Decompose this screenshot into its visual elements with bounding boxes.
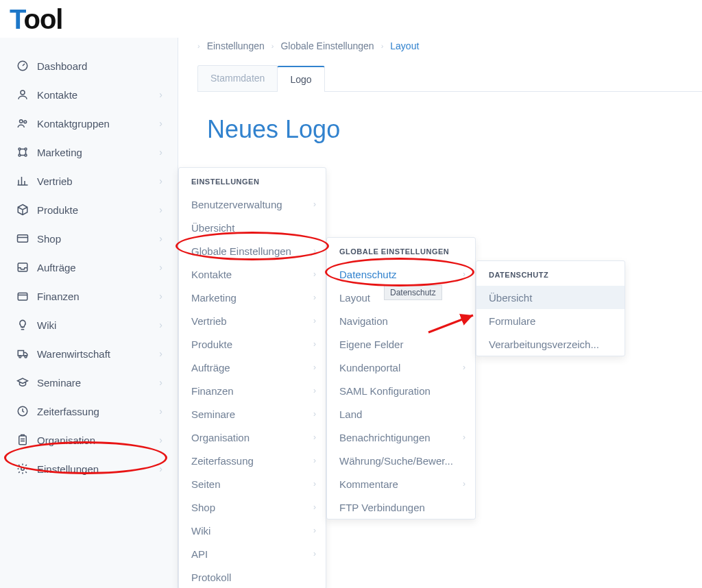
- wallet-icon: [15, 290, 30, 302]
- sidebar-item-kontaktgruppen[interactable]: Kontaktgruppen›: [0, 109, 178, 138]
- sidebar-item-label: Produkte: [37, 204, 159, 216]
- menu-item-label: Kundenportal: [339, 362, 456, 373]
- svg-rect-10: [18, 293, 27, 301]
- menu-item-label: API: [191, 548, 306, 560]
- sidebar-item-aufträge[interactable]: Aufträge›: [0, 253, 178, 282]
- tab-bar: Stammdaten Logo: [197, 65, 702, 92]
- menu-item[interactable]: Vertrieb›: [179, 309, 326, 332]
- sidebar-item-kontakte[interactable]: Kontakte›: [0, 80, 178, 109]
- chevron-right-icon: ›: [313, 502, 316, 512]
- menu-item[interactable]: Benutzerverwaltung›: [179, 193, 326, 216]
- menu-item[interactable]: Finanzen›: [179, 379, 326, 402]
- sidebar-item-organisation[interactable]: Organisation›: [0, 426, 178, 454]
- bulb-icon: [15, 319, 30, 331]
- menu-item[interactable]: SAML Konfiguration: [327, 379, 475, 402]
- sidebar-item-label: Wiki: [37, 319, 159, 331]
- menu-item[interactable]: Kommentare›: [327, 472, 475, 495]
- menu-item[interactable]: API›: [179, 542, 326, 565]
- user-icon: [15, 88, 30, 101]
- sidebar-item-label: Shop: [37, 233, 159, 245]
- menu-item[interactable]: Übersicht: [179, 216, 326, 239]
- sidebar-item-label: Kontaktgruppen: [37, 118, 159, 130]
- menu-item[interactable]: Verarbeitungsverzeich...: [476, 332, 625, 356]
- chevron-right-icon: ›: [463, 432, 465, 442]
- menu-item[interactable]: FTP Verbindungen: [327, 495, 475, 519]
- sidebar-item-seminare[interactable]: Seminare›: [0, 368, 178, 397]
- sidebar-item-finanzen[interactable]: Finanzen›: [0, 282, 178, 310]
- chevron-right-icon: ›: [159, 348, 162, 359]
- menu-item[interactable]: Datenschutz›: [327, 262, 475, 286]
- logo-rest: ool: [23, 4, 62, 34]
- menu-item[interactable]: Land: [327, 402, 475, 426]
- menu-item[interactable]: Kontakte›: [179, 262, 326, 286]
- menu-item[interactable]: Protokoll: [179, 565, 326, 588]
- chevron-right-icon: ›: [463, 479, 465, 489]
- menu-item-label: Übersicht: [489, 292, 615, 304]
- sidebar-item-warenwirtschaft[interactable]: Warenwirtschaft›: [0, 339, 178, 368]
- chevron-right-icon: ›: [313, 526, 316, 535]
- menu-item[interactable]: Wiki›: [179, 519, 326, 542]
- chevron-right-icon: ›: [197, 42, 200, 50]
- menu-item[interactable]: Marketing›: [179, 286, 326, 309]
- svg-point-6: [19, 154, 21, 156]
- sidebar-item-dashboard[interactable]: Dashboard: [0, 51, 178, 80]
- breadcrumb-item[interactable]: Globale Einstellungen: [280, 40, 374, 51]
- sidebar-item-label: Warenwirtschaft: [37, 348, 159, 360]
- menu-item[interactable]: Zeiterfassung›: [179, 449, 326, 472]
- sidebar-item-marketing[interactable]: Marketing›: [0, 138, 178, 167]
- sidebar-item-zeiterfassung[interactable]: Zeiterfassung›: [0, 397, 178, 426]
- menu-item-label: Seminare: [191, 408, 306, 420]
- flyout-datenschutz: DATENSCHUTZ ÜbersichtFormulareVerarbeitu…: [476, 260, 625, 356]
- gear-icon: [15, 463, 30, 475]
- menu-item-label: Aufträge: [191, 362, 306, 373]
- inbox-icon: [15, 261, 30, 273]
- menu-item-label: Produkte: [191, 339, 306, 350]
- tab-logo[interactable]: Logo: [277, 66, 324, 92]
- menu-item-label: Datenschutz: [339, 269, 456, 280]
- sidebar-item-label: Zeiterfassung: [37, 406, 159, 417]
- chevron-right-icon: ›: [313, 432, 316, 442]
- chevron-right-icon: ›: [313, 339, 316, 349]
- sidebar-item-wiki[interactable]: Wiki›: [0, 310, 178, 339]
- chevron-right-icon: ›: [313, 293, 316, 302]
- svg-point-1: [21, 90, 25, 95]
- menu-item[interactable]: Organisation›: [179, 426, 326, 449]
- chevron-right-icon: ›: [159, 204, 162, 215]
- menu-item-label: Finanzen: [191, 385, 306, 397]
- menu-item[interactable]: Produkte›: [179, 332, 326, 356]
- menu-item-label: Eigene Felder: [339, 339, 465, 350]
- menu-item[interactable]: Seiten›: [179, 472, 326, 495]
- menu-item[interactable]: Eigene Felder: [327, 332, 475, 356]
- cube-icon: [15, 204, 30, 216]
- chevron-right-icon: ›: [159, 434, 162, 445]
- menu-item-label: Shop: [191, 502, 306, 513]
- sidebar-item-vertrieb[interactable]: Vertrieb›: [0, 167, 178, 195]
- chevron-right-icon: ›: [313, 316, 316, 326]
- menu-item[interactable]: Übersicht: [476, 286, 625, 309]
- sidebar-item-shop[interactable]: Shop›: [0, 224, 178, 253]
- sidebar-item-label: Kontakte: [37, 89, 159, 101]
- sidebar-item-einstellungen[interactable]: Einstellungen›: [0, 454, 178, 483]
- menu-item[interactable]: Aufträge›: [179, 356, 326, 379]
- menu-item-label: SAML Konfiguration: [339, 385, 465, 397]
- menu-item-label: Land: [339, 408, 465, 420]
- menu-item[interactable]: Währung/Suche/Bewer...: [327, 449, 475, 472]
- flyout-einstellungen: EINSTELLUNGEN Benutzerverwaltung›Übersic…: [178, 167, 326, 588]
- menu-item[interactable]: Benachrichtigungen›: [327, 426, 475, 449]
- menu-item[interactable]: Shop›: [179, 495, 326, 519]
- menu-item[interactable]: Formulare: [476, 309, 625, 332]
- svg-point-3: [24, 121, 27, 123]
- page-title: Neues Logo: [207, 115, 702, 144]
- menu-item[interactable]: Globale Einstellungen›: [179, 239, 326, 262]
- menu-item[interactable]: Seminare›: [179, 402, 326, 426]
- chevron-right-icon: ›: [159, 118, 162, 129]
- chevron-right-icon: ›: [159, 463, 162, 474]
- tab-stammdaten[interactable]: Stammdaten: [197, 65, 278, 91]
- breadcrumb-item[interactable]: Einstellungen: [207, 40, 265, 51]
- users-icon: [15, 117, 30, 130]
- sidebar-item-label: Seminare: [37, 377, 159, 389]
- menu-item[interactable]: Navigation: [327, 309, 475, 332]
- menu-item[interactable]: Kundenportal›: [327, 356, 475, 379]
- menu-item-label: FTP Verbindungen: [339, 502, 465, 513]
- sidebar-item-produkte[interactable]: Produkte›: [0, 195, 178, 224]
